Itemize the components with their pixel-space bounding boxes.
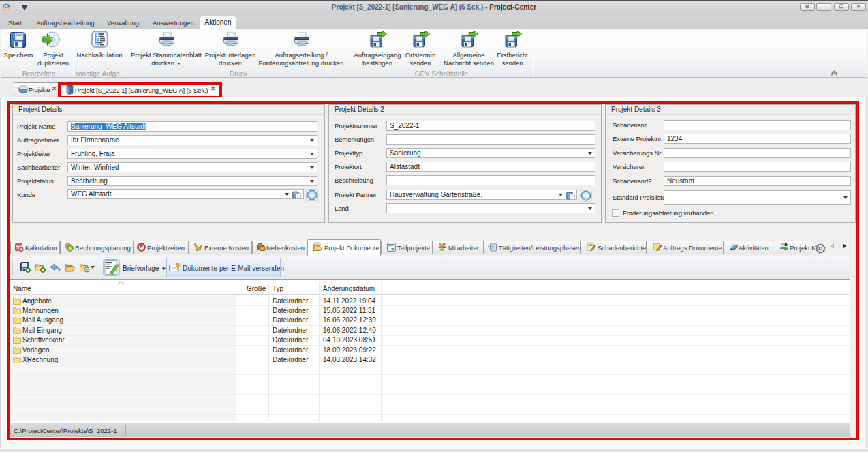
svg-text:$: $ <box>69 245 72 252</box>
